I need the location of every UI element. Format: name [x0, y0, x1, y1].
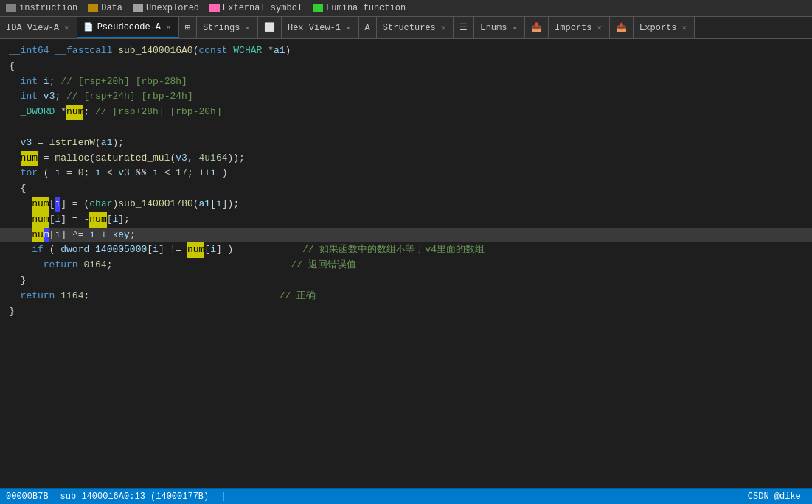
tab-struct-icon[interactable]: A: [359, 17, 377, 38]
code-decl-num: _DWORD * num ; // [rsp+28h] [rbp-20h]: [0, 105, 812, 120]
content-area: __int64 __fastcall sub_1400016A0 ( const…: [0, 39, 812, 488]
code-for-brace-close: }: [0, 273, 812, 289]
status-address: 00000B7B: [6, 491, 49, 502]
var-cursor: m: [44, 228, 49, 243]
watermark-text: CSDN @dike_: [748, 491, 806, 502]
kw-fastcall: __fastcall: [55, 43, 112, 59]
var-num-malloc: num: [21, 151, 38, 167]
tab-imports-close[interactable]: ✕: [596, 23, 604, 32]
fn-name: sub_1400016A0: [118, 43, 192, 59]
tab-bar: IDA View-A ✕ 📄 Pseudocode-A ✕ ⊞ Strings …: [0, 17, 812, 39]
exports-icon: 📤: [616, 22, 627, 33]
status-cursor-indicator: |: [221, 491, 226, 502]
legend-data-label: Data: [101, 3, 122, 13]
var-i-1: i: [55, 197, 60, 212]
tab-ida-view-close[interactable]: ✕: [63, 23, 71, 32]
tab-imports[interactable]: Imports ✕: [549, 17, 610, 38]
code-for: for ( i = 0 ; i < v3 && i < 17 ; ++ i ): [0, 166, 812, 181]
code-if: if ( dword_140005000 [ i ] != num [ i ] …: [0, 242, 812, 258]
legend-external: External symbol: [209, 3, 302, 13]
legend-unexplored-swatch: [133, 4, 143, 12]
var-num-2: num: [32, 212, 49, 228]
code-num-xor: num [ i ] ^= i + key ;: [0, 228, 812, 243]
status-location: sub_1400016A0:13 (14000177B): [60, 491, 209, 502]
tab-strings[interactable]: Strings ✕: [197, 17, 258, 38]
code-num-negate: num [ i ] = - num [ i ];: [0, 212, 812, 228]
tab-exports[interactable]: Exports ✕: [634, 17, 695, 38]
code-brace-open: {: [0, 59, 812, 74]
var-num-1: num: [32, 197, 49, 212]
tab-pseudocode-close[interactable]: ✕: [164, 22, 173, 32]
tab-strings-icon[interactable]: ⊞: [179, 17, 197, 38]
legend-bar: instruction Data Unexplored External sym…: [0, 0, 812, 17]
hex-icon: ⬜: [264, 22, 275, 33]
tab-strings-label: Strings: [203, 23, 240, 33]
code-decl-i: int i ; // [rsp+20h] [rbp-28h]: [0, 74, 812, 90]
code-num-assign: num = malloc ( saturated_mul ( v3 , 4ui6…: [0, 151, 812, 167]
code-return-0: return 0i64 ; // 返回错误值: [0, 258, 812, 273]
legend-data: Data: [88, 3, 122, 13]
status-bar: 00000B7B sub_1400016A0:13 (14000177B) | …: [0, 488, 812, 504]
var-num-5: num: [187, 242, 204, 258]
strings-icon: ⊞: [185, 22, 190, 33]
tab-enums-close[interactable]: ✕: [510, 23, 518, 32]
tab-hex-view[interactable]: Hex View-1 ✕: [282, 17, 359, 38]
code-num-assign-sub: num [ i ] = ( char ) sub_1400017B0 ( a1 …: [0, 197, 812, 212]
tab-structures[interactable]: Structures ✕: [377, 17, 454, 38]
tab-structures-close[interactable]: ✕: [440, 23, 448, 32]
legend-instruction-swatch: [6, 4, 16, 12]
tab-structures-label: Structures: [383, 23, 436, 33]
legend-external-label: External symbol: [223, 3, 302, 13]
tab-enums-icon[interactable]: ☰: [454, 17, 474, 38]
pseudocode-icon: 📄: [83, 22, 94, 32]
tab-imports-icon[interactable]: 📥: [525, 17, 549, 38]
tab-hex-close[interactable]: ✕: [344, 23, 353, 32]
imports-icon: 📥: [531, 22, 542, 33]
legend-data-swatch: [88, 4, 98, 12]
var-num-4: nu: [32, 228, 44, 243]
tab-exports-label: Exports: [639, 23, 676, 33]
kw-int64: __int64: [9, 43, 49, 59]
legend-lumina-swatch: [313, 4, 323, 12]
code-for-brace: {: [0, 181, 812, 197]
tab-pseudocode[interactable]: 📄 Pseudocode-A ✕: [77, 17, 179, 38]
legend-lumina-label: Lumina function: [326, 3, 406, 13]
code-v3-assign: v3 = lstrlenW ( a1 );: [0, 136, 812, 151]
tab-ida-view[interactable]: IDA View-A ✕: [0, 17, 77, 38]
var-num-3: num: [89, 212, 106, 228]
var-num-decl: num: [66, 105, 83, 120]
tab-hex-icon[interactable]: ⬜: [258, 17, 282, 38]
status-left: 00000B7B sub_1400016A0:13 (14000177B) |: [6, 491, 226, 502]
watermark: CSDN @dike_: [748, 491, 806, 502]
tab-exports-icon[interactable]: 📤: [610, 17, 634, 38]
tab-ida-view-label: IDA View-A: [6, 23, 59, 33]
legend-unexplored-label: Unexplored: [146, 3, 199, 13]
tab-hex-label: Hex View-1: [288, 23, 341, 33]
legend-external-swatch: [209, 4, 220, 12]
code-brace-close: }: [0, 304, 812, 320]
code-decl-v3: int v3 ; // [rsp+24h] [rbp-24h]: [0, 89, 812, 105]
tab-pseudocode-label: Pseudocode-A: [97, 22, 161, 32]
legend-lumina: Lumina function: [313, 3, 406, 13]
code-return-1: return 1i64 ; // 正确: [0, 289, 812, 304]
code-signature: __int64 __fastcall sub_1400016A0 ( const…: [0, 43, 812, 59]
legend-instruction-label: instruction: [19, 3, 77, 13]
enums-icon: ☰: [459, 22, 468, 33]
code-blank-1: [0, 120, 812, 136]
tab-enums[interactable]: Enums ✕: [474, 17, 525, 38]
legend-instruction: instruction: [6, 3, 77, 13]
legend-unexplored: Unexplored: [133, 3, 199, 13]
tab-strings-close[interactable]: ✕: [243, 23, 251, 32]
struct-icon: A: [365, 23, 370, 33]
main-container: instruction Data Unexplored External sym…: [0, 0, 812, 504]
tab-imports-label: Imports: [555, 23, 591, 33]
tab-enums-label: Enums: [480, 23, 507, 33]
pseudocode-editor[interactable]: __int64 __fastcall sub_1400016A0 ( const…: [0, 39, 812, 488]
tab-exports-close[interactable]: ✕: [681, 23, 689, 32]
